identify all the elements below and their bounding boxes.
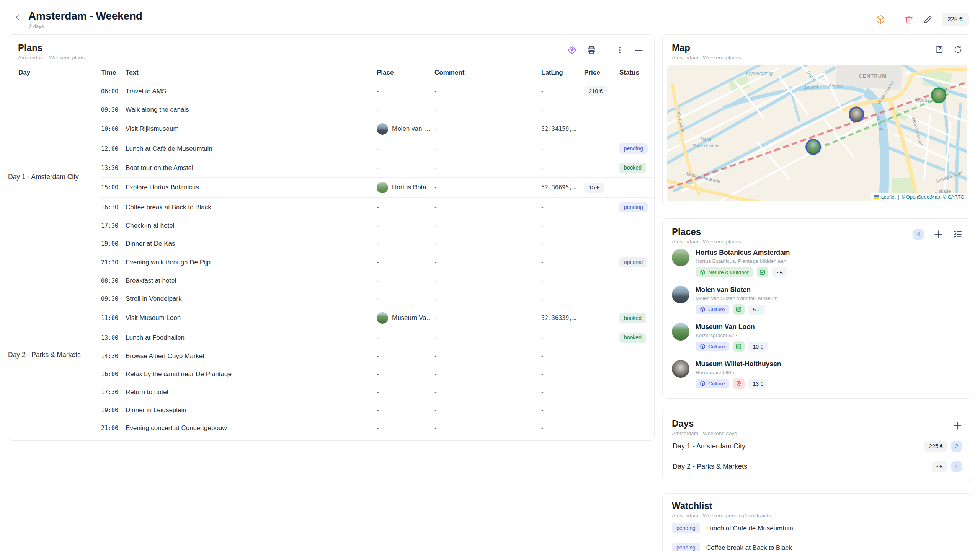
plan-row[interactable]: 21:30Evening walk through De Pijp---opti… [8,253,654,272]
days-subtitle: Amsterdam - Weekend days [672,430,737,436]
empty-value: - [541,88,544,95]
plan-latlng: - [541,198,584,217]
plan-row[interactable]: Day 1 - Amsterdam City06:00Travel to AMS… [8,82,654,101]
empty-value: - [541,352,544,360]
plan-latlng: 52.36695,… [541,178,584,198]
plan-row[interactable]: 10:00Visit RijksmuseumMolen van …-52.341… [8,119,654,139]
plans-header-row: Day Time Text Place Comment LatLng Price… [8,65,654,82]
empty-value: - [541,106,544,113]
add-place-button[interactable] [933,229,944,240]
plan-price [584,272,619,290]
plan-row[interactable]: 12:00Lunch at Café de Museumtuin---pendi… [8,139,654,158]
share-route-button[interactable] [567,45,577,55]
map-label: CENTRUM [859,73,887,79]
plan-text: Coffee break at Back to Black [126,198,377,217]
place-badges: Culture13 € [696,378,781,389]
marker-museum-willet-holthuysen[interactable] [849,107,864,122]
category-badge: Culture [696,379,729,388]
empty-value: - [434,125,437,132]
plan-text: Travel to AMS [126,82,377,101]
plan-status: booked [619,158,654,178]
empty-value: - [541,145,544,152]
place-info: Museum Willet-HolthuysenHerengracht 605C… [696,360,781,389]
places-panel: Places Amsterdam - Weekend places 4 Hort… [662,218,972,399]
empty-value: - [377,406,379,414]
plan-latlng: - [541,401,584,419]
marker-museum-van-loon[interactable] [806,140,820,154]
column-time: Time [101,65,126,82]
export-button[interactable] [875,15,885,24]
plan-comment: - [434,139,541,158]
day-list-item[interactable]: Day 2 - Parks & Markets- €1 [672,456,963,477]
place-name: Hortus Botanicus Amsterdam [696,249,790,257]
plan-row[interactable]: 17:30Return to hotel--- [8,383,654,401]
printer-icon [586,45,596,55]
plan-price [584,139,619,158]
plan-row[interactable]: 13:30Boat tour on the Amstel---booked [8,158,654,178]
plan-row[interactable]: 21:00Evening concert at Concertgebouw--- [8,419,654,437]
place-list-item[interactable]: Museum Willet-HolthuysenHerengracht 605C… [672,356,963,393]
osm-link[interactable]: © OpenStreetMap, [902,194,941,200]
plan-row[interactable]: 13:00Lunch at Foodhallen---booked [8,328,654,347]
place-list-item[interactable]: Hortus Botanicus AmsterdamHortus Botanic… [672,245,963,282]
expand-map-button[interactable] [934,45,944,54]
plans-menu-button[interactable] [615,46,624,55]
plan-time: 09:30 [101,290,126,308]
map-canvas[interactable]: KrijtbergbrugRokinAmstelAmstelCENTRUMWat… [667,65,967,201]
empty-value: - [541,222,544,229]
place-list-item[interactable]: Museum Van LoonKeizersgracht 672Culture1… [672,319,963,356]
plan-latlng: - [541,217,584,235]
day-group-label: Day 1 - Amsterdam City [8,82,101,272]
empty-value: - [377,204,379,211]
place-list-item[interactable]: Molen van SlotenMolen van Sloten Windmil… [672,282,963,319]
plans-tools-divider [606,45,606,55]
empty-value: - [434,240,437,247]
watchlist-item[interactable]: pendingCoffee break at Back to Black [672,538,963,551]
place-info: Museum Van LoonKeizersgracht 672Culture1… [696,323,768,352]
leaflet-link[interactable]: Leaflet [881,194,896,200]
plan-row[interactable]: 09:30Walk along the canals--- [8,101,654,119]
print-button[interactable] [586,45,596,55]
plan-comment: - [434,158,541,178]
column-day: Day [8,65,101,82]
place-badges: Culture10 € [696,341,768,352]
refresh-map-button[interactable] [953,45,963,54]
add-day-button[interactable] [952,421,963,431]
plan-row[interactable]: 17:30Check-in at hotel--- [8,217,654,235]
plan-price [584,419,619,437]
places-checklist-button[interactable] [953,229,963,239]
back-button[interactable] [11,11,24,24]
place-name: Museum Van Loon [696,323,768,331]
plan-comment: - [434,253,541,272]
marker-hortus-botanicus[interactable] [932,88,946,103]
plan-row[interactable]: 14:30Browse Albert Cuyp Market--- [8,347,654,365]
empty-value: - [434,88,437,95]
carto-link[interactable]: © CARTO [943,194,964,200]
plan-row[interactable]: Day 2 - Parks & Markets08:30Breakfast at… [8,272,654,290]
delete-trip-button[interactable] [904,15,914,24]
plan-row[interactable]: 16:00Relax by the canal near De Plantage… [8,365,654,383]
plan-row[interactable]: 16:30Coffee break at Back to Black---pen… [8,198,654,217]
edit-trip-button[interactable] [923,15,933,24]
add-plan-button[interactable] [634,45,644,55]
plan-row[interactable]: 19:00Dinner in Leidseplein--- [8,401,654,419]
pencil-icon [923,15,933,24]
plan-price [584,290,619,308]
watchlist-item[interactable]: pendingLunch at Café de Museumtuin [672,518,963,538]
plan-row[interactable]: 15:00Explore Hortus BotanicusHortus Bota… [8,178,654,198]
plan-row[interactable]: 09:30Stroll in Vondelpark--- [8,290,654,308]
package-icon [875,15,885,24]
plan-time: 21:00 [101,419,126,437]
plan-comment: - [434,365,541,383]
plan-place: - [377,419,434,437]
plan-text: Evening concert at Concertgebouw [126,419,377,437]
plan-row[interactable]: 19:00Dinner at De Kas--- [8,235,654,253]
day-list-item[interactable]: Day 1 - Amsterdam City225 €2 [672,436,963,456]
plan-latlng: - [541,419,584,437]
plan-latlng: - [541,383,584,401]
category-badge: Culture [696,305,729,314]
plan-row[interactable]: 11:00Visit Museum LoonMuseum Va…-52.3633… [8,308,654,328]
empty-value: - [434,184,437,191]
plan-text: Visit Rijksmuseum [126,119,377,139]
refresh-icon [953,45,963,54]
